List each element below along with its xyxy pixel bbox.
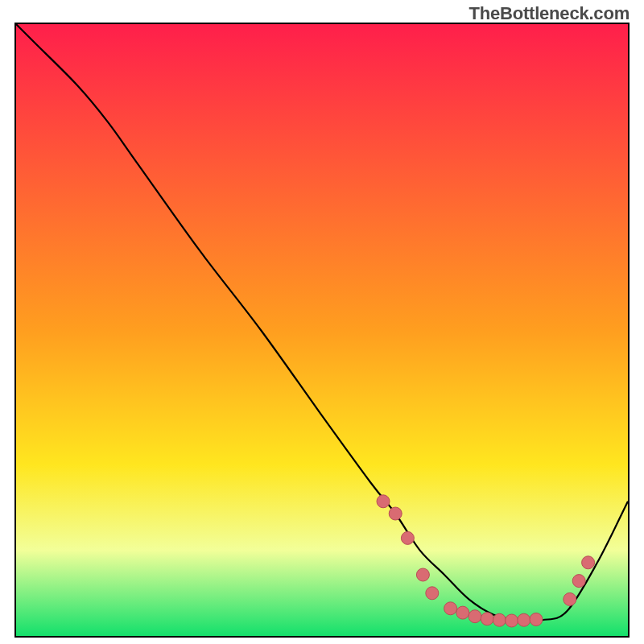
chart-bg	[16, 24, 628, 636]
chart-svg	[16, 24, 628, 636]
highlight-dot	[582, 556, 595, 569]
highlight-dot	[389, 507, 402, 520]
highlight-dot	[493, 613, 506, 626]
watermark-label: TheBottleneck.com	[469, 3, 630, 24]
highlight-dot	[377, 495, 390, 508]
highlight-dot	[469, 610, 481, 623]
highlight-dot	[426, 587, 439, 600]
highlight-dot	[456, 606, 469, 619]
chart-frame: TheBottleneck.com	[0, 0, 644, 644]
highlight-dot	[506, 614, 518, 627]
highlight-dot	[444, 602, 457, 615]
highlight-dot	[416, 568, 429, 581]
plot-area	[14, 23, 630, 638]
highlight-dot	[564, 592, 576, 605]
highlight-dot	[401, 531, 414, 544]
highlight-dot	[572, 575, 585, 588]
highlight-dot	[481, 613, 493, 625]
highlight-dot	[530, 613, 543, 625]
highlight-dot	[518, 613, 530, 626]
